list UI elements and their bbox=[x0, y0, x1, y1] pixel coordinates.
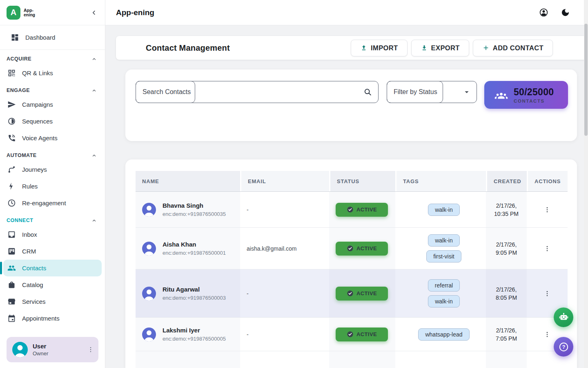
check-circle-icon bbox=[347, 245, 354, 252]
sidebar-item-crm[interactable]: CRM bbox=[3, 243, 102, 260]
sidebar-item-label: Rules bbox=[22, 183, 38, 190]
sidebar-item-rules[interactable]: Rules bbox=[3, 178, 102, 195]
import-button[interactable]: IMPORT bbox=[351, 40, 408, 56]
cell-name: Lakshmi Iyerenc:demo:+919876500005 bbox=[136, 318, 240, 351]
sidebar-item-label: Services bbox=[22, 298, 46, 305]
chatbot-fab[interactable] bbox=[554, 307, 573, 327]
check-circle-icon bbox=[347, 331, 354, 338]
contact-name: Aisha Khan bbox=[163, 241, 226, 248]
sidebar-item-voice-agents[interactable]: Voice Agents bbox=[3, 130, 102, 146]
contacts-count-caption: CONTACTS bbox=[514, 99, 554, 103]
sidebar-collapse-icon[interactable] bbox=[90, 9, 98, 16]
contact-avatar bbox=[142, 328, 156, 341]
sidebar-section-label: AUTOMATE bbox=[7, 153, 37, 158]
sidebar-section-label: ACQUIRE bbox=[7, 56, 31, 62]
contact-name: Lakshmi Iyer bbox=[163, 327, 226, 334]
sidebar-item-label: QR & Links bbox=[22, 70, 53, 76]
export-button[interactable]: EXPORT bbox=[411, 40, 469, 56]
row-actions-kebab-icon[interactable] bbox=[543, 330, 551, 339]
row-actions-kebab-icon[interactable] bbox=[543, 206, 551, 214]
status-filter-label: Filter by Status bbox=[394, 88, 437, 96]
section-chevron-icon bbox=[91, 153, 97, 158]
cell-actions bbox=[527, 228, 568, 269]
cell-name: Jyoti Rawat bbox=[136, 351, 240, 368]
status-label: ACTIVE bbox=[356, 290, 377, 296]
search-icon[interactable] bbox=[363, 88, 372, 96]
send-icon bbox=[7, 100, 16, 109]
created-timestamp: 2/17/26,9:05 PM bbox=[496, 240, 517, 257]
cell-created: 2/17/26, bbox=[486, 351, 527, 368]
contact-phone: enc:demo:+919876500005 bbox=[163, 336, 226, 342]
user-avatar bbox=[12, 342, 28, 357]
add-contact-button[interactable]: ADD CONTACT bbox=[473, 40, 553, 56]
sidebar-item-re-engagement[interactable]: Re-engagement bbox=[3, 195, 102, 211]
created-timestamp: 2/17/26,10:35 PM bbox=[494, 202, 519, 218]
table-row: Jyoti RawatACTIVEcampaign-lead2/17/26, bbox=[136, 351, 568, 368]
table-row: Lakshmi Iyerenc:demo:+919876500005-ACTIV… bbox=[136, 318, 568, 351]
cell-email: aisha.k@gmail.com bbox=[240, 228, 329, 269]
sidebar-item-contacts[interactable]: Contacts bbox=[3, 260, 102, 276]
cell-created: 2/17/26,8:05 PM bbox=[486, 269, 527, 317]
column-header-status: STATUS bbox=[329, 171, 395, 191]
sidebar-item-label: Contacts bbox=[22, 265, 46, 272]
app-logo: A bbox=[7, 6, 20, 20]
status-label: ACTIVE bbox=[356, 331, 377, 337]
cell-actions bbox=[527, 192, 568, 227]
user-card: User Owner bbox=[7, 337, 98, 362]
sidebar-item-label: CRM bbox=[22, 248, 36, 255]
cell-email: - bbox=[240, 192, 329, 227]
route-icon bbox=[7, 165, 16, 174]
sidebar-item-journeys[interactable]: Journeys bbox=[3, 161, 102, 178]
sidebar-item-label: Voice Agents bbox=[22, 135, 58, 141]
table-row: Ritu Agarwalenc:demo:+919876500003-ACTIV… bbox=[136, 269, 568, 318]
scrollbar-thumb[interactable] bbox=[584, 24, 588, 136]
section-chevron-icon bbox=[91, 56, 97, 62]
contact-phone: enc:demo:+919876500035 bbox=[163, 211, 226, 217]
sidebar-item-label: Campaigns bbox=[22, 101, 53, 108]
app-logo-text: App- ening bbox=[24, 8, 35, 17]
sidebar-item-campaigns[interactable]: Campaigns bbox=[3, 96, 102, 113]
status-label: ACTIVE bbox=[356, 245, 377, 251]
help-fab[interactable]: ? bbox=[554, 337, 573, 357]
sidebar-item-label: Inbox bbox=[22, 231, 37, 238]
sidebar-section-header[interactable]: CONNECT bbox=[0, 211, 105, 226]
dark-mode-icon[interactable] bbox=[561, 8, 570, 17]
cell-tags: walk-infirst-visit bbox=[395, 228, 486, 269]
sidebar-section-header[interactable]: ENGAGE bbox=[0, 81, 105, 96]
sidebar-section-header[interactable]: ACQUIRE bbox=[0, 50, 105, 65]
tag-chip: first-visit bbox=[426, 250, 461, 263]
sidebar-item-label: Sequences bbox=[22, 118, 53, 125]
row-actions-kebab-icon[interactable] bbox=[543, 289, 551, 298]
sidebar-item-qr-links[interactable]: QR & Links bbox=[3, 65, 102, 81]
row-actions-kebab-icon[interactable] bbox=[543, 245, 551, 253]
sidebar-item-services[interactable]: Services bbox=[3, 293, 102, 310]
contact-phone: enc:demo:+919876500001 bbox=[163, 250, 226, 256]
user-menu-kebab-icon[interactable] bbox=[87, 346, 94, 353]
contacts-table: NAMEEMAILSTATUSTAGSCREATEDACTIONS Bhavna… bbox=[136, 171, 568, 368]
search-contacts-input[interactable]: Search Contacts bbox=[136, 81, 379, 103]
profile-icon[interactable] bbox=[539, 8, 548, 17]
cell-tags: referralwalk-in bbox=[395, 269, 486, 317]
tag-chip: whatsapp-lead bbox=[418, 328, 469, 341]
tag-chip: walk-in bbox=[428, 204, 460, 216]
sidebar-item-appointments[interactable]: Appointments bbox=[3, 310, 102, 327]
contacts-count: 50/25000 bbox=[514, 87, 554, 98]
status-filter-select[interactable]: Filter by Status bbox=[387, 81, 477, 103]
plus-icon bbox=[482, 44, 490, 52]
people-icon bbox=[7, 264, 16, 272]
sidebar-item-inbox[interactable]: Inbox bbox=[3, 226, 102, 243]
sidebar-item-dashboard[interactable]: Dashboard bbox=[7, 29, 98, 46]
page-scrollbar bbox=[584, 0, 588, 368]
phone-talk-icon bbox=[7, 134, 16, 142]
inbox-icon bbox=[7, 230, 16, 239]
sidebar-section-header[interactable]: AUTOMATE bbox=[0, 146, 105, 161]
search-filter-card: Search Contacts Filter by Status 50/2500… bbox=[125, 70, 577, 141]
contact-name: Bhavna Singh bbox=[163, 202, 226, 209]
sidebar-item-sequences[interactable]: Sequences bbox=[3, 113, 102, 130]
sidebar-logo-row: A App- ening bbox=[0, 0, 105, 25]
sidebar-item-label: Re-engagement bbox=[22, 200, 66, 206]
contacts-table-card: NAMEEMAILSTATUSTAGSCREATEDACTIONS Bhavna… bbox=[125, 159, 577, 368]
download-icon bbox=[421, 44, 428, 52]
status-label: ACTIVE bbox=[356, 206, 377, 213]
sidebar-item-catalog[interactable]: Catalog bbox=[3, 276, 102, 293]
